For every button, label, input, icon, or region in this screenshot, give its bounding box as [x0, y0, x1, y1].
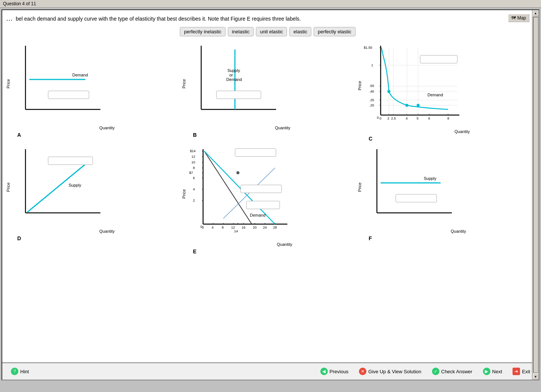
instruction-text: … bel each demand and supply curve with …: [6, 14, 504, 23]
svg-text:2: 2: [387, 117, 389, 120]
graph-B-y-label: Price: [182, 42, 186, 126]
elasticity-options: perfectly inelastic inelastic unit elast…: [6, 27, 529, 36]
check-icon: ✓: [432, 368, 439, 375]
graph-D-label: D: [17, 235, 21, 241]
svg-text:10: 10: [191, 160, 195, 164]
scroll-down[interactable]: ▼: [533, 374, 539, 380]
svg-text:1: 1: [371, 63, 373, 67]
graph-D: Price Supply: [6, 145, 178, 254]
give-up-button[interactable]: ✕ Give Up & View Solution: [356, 366, 424, 377]
svg-text:20: 20: [253, 226, 257, 229]
graph-C-x-label: Quantity: [376, 129, 539, 134]
previous-button[interactable]: ◀ Previous: [317, 366, 352, 377]
content-area: … bel each demand and supply curve with …: [2, 10, 539, 362]
title-bar: Question 4 of 11: [0, 0, 541, 8]
svg-text:.40: .40: [369, 90, 374, 93]
svg-text:$7: $7: [189, 171, 193, 175]
graph-B-svg: Supply or Demand: [186, 42, 284, 124]
svg-point-49: [417, 104, 420, 107]
hint-button[interactable]: ? Hint: [8, 366, 32, 377]
next-button[interactable]: ▶ Next: [480, 366, 505, 377]
svg-text:.50: .50: [369, 84, 374, 88]
svg-text:0: 0: [202, 226, 204, 229]
scroll-track[interactable]: [533, 17, 538, 373]
graph-A-answer[interactable]: [48, 91, 89, 99]
graph-E-answer2[interactable]: [241, 185, 282, 193]
graph-E-y-label: Price: [182, 145, 186, 242]
svg-text:6: 6: [193, 176, 195, 180]
graph-F-svg: Supply: [362, 145, 459, 228]
graph-E-x-label: Quantity: [199, 242, 371, 247]
svg-text:or: or: [229, 73, 233, 77]
svg-text:4: 4: [406, 117, 408, 120]
svg-text:24: 24: [263, 226, 267, 229]
graph-D-svg: Supply: [10, 145, 108, 228]
svg-text:8: 8: [193, 166, 195, 170]
svg-text:5: 5: [417, 117, 418, 120]
svg-text:2.5: 2.5: [391, 117, 396, 120]
svg-text:12: 12: [191, 155, 195, 159]
graph-F-answer[interactable]: [396, 194, 437, 202]
graphs-grid: Price Demand: [6, 42, 529, 254]
graph-A: Price Demand: [6, 42, 178, 142]
map-icon: 🗺: [511, 15, 516, 21]
svg-text:8: 8: [222, 226, 224, 229]
scroll-up[interactable]: ▲: [533, 10, 539, 16]
graph-C-svg: $1.50 1 .50 .40 .25 .20: [362, 42, 467, 128]
svg-text:12: 12: [231, 226, 235, 229]
graph-F-label: F: [369, 235, 372, 241]
svg-text:2: 2: [193, 199, 195, 202]
previous-icon: ◀: [320, 368, 328, 375]
exit-icon: ➜: [513, 368, 520, 375]
graph-A-svg: Demand: [10, 42, 108, 124]
svg-text:14: 14: [234, 229, 238, 233]
svg-text:Demand: Demand: [72, 73, 88, 77]
svg-text:$1.50: $1.50: [364, 46, 372, 49]
option-inelastic[interactable]: inelastic: [228, 27, 254, 36]
check-answer-button[interactable]: ✓ Check Answer: [429, 366, 475, 377]
svg-text:0: 0: [380, 117, 381, 120]
exit-button[interactable]: ➜ Exit: [510, 366, 533, 377]
svg-line-53: [27, 164, 85, 212]
graph-D-x-label: Quantity: [21, 229, 193, 233]
graph-B: Price Supply or Demand: [182, 42, 354, 142]
svg-text:28: 28: [273, 226, 277, 229]
svg-text:.20: .20: [369, 103, 374, 107]
svg-text:0: 0: [377, 116, 379, 120]
svg-text:Supply: Supply: [227, 68, 240, 73]
graph-A-x-label: Quantity: [21, 126, 193, 130]
graph-B-answer[interactable]: [216, 91, 261, 99]
svg-text:Supply: Supply: [424, 176, 436, 181]
svg-text:$14: $14: [190, 149, 196, 153]
graph-C-answer[interactable]: [420, 55, 457, 63]
header-row: … bel each demand and supply curve with …: [6, 14, 529, 23]
svg-point-94: [236, 171, 239, 174]
svg-text:4: 4: [212, 226, 214, 229]
graph-E-answer3[interactable]: [246, 201, 280, 209]
bottom-bar: ? Hint ◀ Previous ✕ Give Up & View Solut…: [2, 362, 539, 380]
graph-F-y-label: Price: [357, 145, 362, 229]
option-unit-elastic[interactable]: unit elastic: [256, 27, 287, 36]
graph-E-answer1[interactable]: [235, 148, 276, 157]
question-title: Question 4 of 11: [3, 1, 36, 6]
graph-C-label: C: [369, 136, 372, 142]
graph-A-label: A: [17, 132, 21, 138]
map-button[interactable]: 🗺 Map: [508, 14, 529, 22]
option-perfectly-elastic[interactable]: perfectly elastic: [314, 27, 356, 36]
graph-E: Price $14 12 10: [182, 145, 354, 254]
graph-D-answer[interactable]: [48, 157, 93, 165]
option-elastic[interactable]: elastic: [289, 27, 311, 36]
hint-area: ? Hint: [8, 366, 32, 377]
svg-text:Demand: Demand: [427, 93, 443, 97]
graph-C-y-label: Price: [357, 42, 362, 129]
graph-F: Price Supply: [357, 145, 529, 254]
option-perfectly-inelastic[interactable]: perfectly inelastic: [180, 27, 226, 36]
svg-text:6: 6: [428, 117, 430, 120]
give-up-icon: ✕: [359, 368, 366, 375]
svg-point-47: [387, 90, 390, 93]
svg-text:.25: .25: [369, 98, 374, 102]
nav-buttons: ◀ Previous ✕ Give Up & View Solution ✓ C…: [317, 366, 533, 377]
graph-F-x-label: Quantity: [372, 229, 539, 233]
hint-icon: ?: [11, 368, 18, 375]
scroll-bar: ▲ ▼: [532, 10, 539, 380]
